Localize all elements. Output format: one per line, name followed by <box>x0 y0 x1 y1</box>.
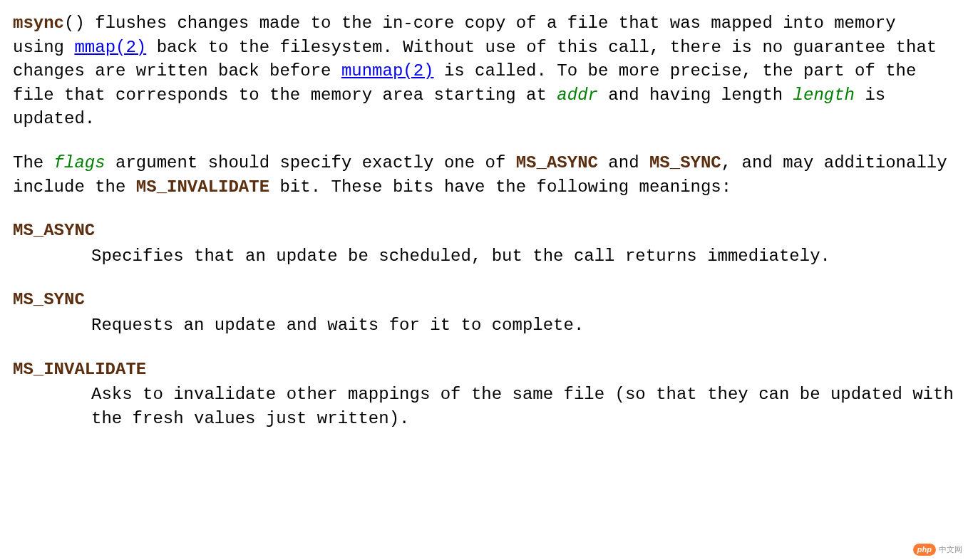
paragraph-2: The flags argument should specify exactl… <box>13 151 955 199</box>
def-body-ms-invalidate: Asks to invalidate other mappings of the… <box>91 383 955 430</box>
def-term-ms-sync: MS_SYNC <box>13 288 955 312</box>
text: argument should specify exactly one of <box>105 153 516 172</box>
text: and <box>598 153 649 172</box>
text: The <box>13 153 54 172</box>
const-ms-async: MS_ASYNC <box>516 153 598 172</box>
param-addr: addr <box>557 85 598 105</box>
const-ms-invalidate: MS_INVALIDATE <box>136 177 269 197</box>
def-term-ms-invalidate: MS_INVALIDATE <box>13 358 955 382</box>
link-munmap[interactable]: munmap(2) <box>341 61 434 81</box>
text: bit. These bits have the following meani… <box>269 177 731 197</box>
paragraph-1: msync() flushes changes made to the in-c… <box>13 11 955 131</box>
const-ms-sync: MS_SYNC <box>649 153 721 172</box>
def-body-ms-async: Specifies that an update be scheduled, b… <box>91 244 955 269</box>
param-length: length <box>793 85 855 105</box>
def-body-ms-sync: Requests an update and waits for it to c… <box>91 313 955 338</box>
def-term-ms-async: MS_ASYNC <box>13 219 955 243</box>
function-name: msync <box>13 14 64 33</box>
param-flags: flags <box>54 153 105 172</box>
link-mmap[interactable]: mmap(2) <box>74 38 146 57</box>
text: and having length <box>598 85 793 105</box>
